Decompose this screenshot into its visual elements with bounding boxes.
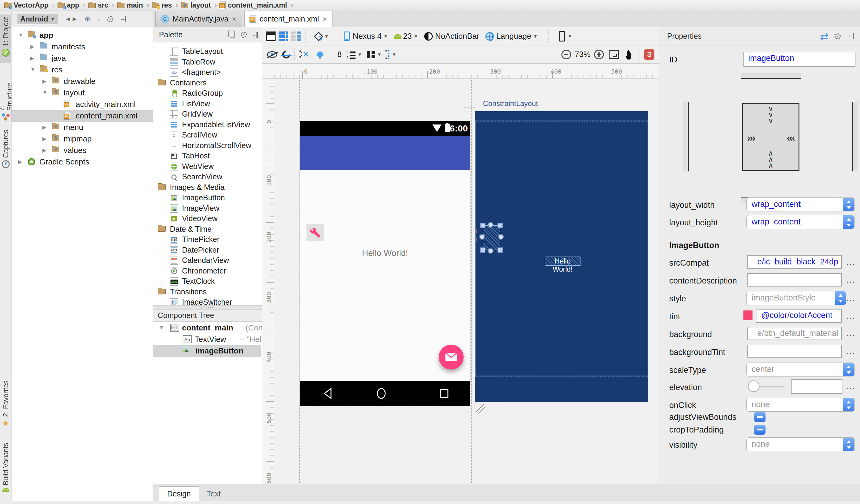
property-field-srccompat[interactable]: e/ic_build_black_24dp <box>747 255 842 269</box>
bottom-constraint-icon[interactable]: ∧∧∧ <box>743 150 799 169</box>
toggle-croptopadding[interactable] <box>754 424 765 435</box>
editor-tab-content-main-xml[interactable]: content_main.xml× <box>244 11 332 27</box>
more-button[interactable]: … <box>846 381 858 391</box>
image-button-widget[interactable] <box>306 224 324 241</box>
palette-item-tablerow[interactable]: TableRow <box>153 57 261 68</box>
more-button[interactable]: … <box>846 257 858 267</box>
palette-item-webview[interactable]: WebView <box>153 162 261 172</box>
project-tree-item-content-main-xml[interactable]: content_main.xml <box>12 110 153 122</box>
property-dropdown-layout-width[interactable]: wrap_content <box>746 198 855 212</box>
close-icon[interactable]: × <box>232 15 236 23</box>
expanded-arrow-icon[interactable]: ▼ <box>42 90 47 96</box>
blueprint-textview[interactable]: Hello World! <box>545 257 580 265</box>
blueprint-view-icon[interactable] <box>291 31 301 41</box>
more-button[interactable]: … <box>846 274 858 285</box>
palette-item-expandablelistview[interactable]: ExpandableListView <box>153 120 261 130</box>
selected-image-button[interactable] <box>483 225 500 250</box>
palette-item-images-media[interactable]: Images & Media <box>153 183 261 193</box>
palette-item-listview[interactable]: ListView <box>153 99 261 109</box>
palette-item-tabhost[interactable]: TabHost <box>153 151 261 161</box>
device-selector[interactable]: Nexus 4 <box>353 31 382 41</box>
palette-item-radiogroup[interactable]: RadioGroup <box>153 88 261 99</box>
expanded-arrow-icon[interactable]: ▼ <box>18 32 23 38</box>
close-icon[interactable]: × <box>322 15 327 23</box>
palette-item-searchview[interactable]: SearchView <box>153 172 261 182</box>
autoconnect-icon[interactable] <box>281 49 292 60</box>
project-tree-item-mipmap[interactable]: ▶mipmap <box>12 133 153 145</box>
more-button[interactable]: … <box>846 311 858 321</box>
palette-item-transitions[interactable]: Transitions <box>153 287 261 298</box>
constraint-widget-box[interactable]: ∨∨∨∧∧∧›››‹‹‹ <box>742 103 800 171</box>
guidelines-icon[interactable] <box>388 50 389 59</box>
design-blueprint-view-icon[interactable] <box>278 31 288 41</box>
palette-item-tablelayout[interactable]: TableLayout <box>153 47 261 57</box>
theme-selector[interactable]: NoActionBar <box>435 31 479 41</box>
home-icon[interactable] <box>376 388 386 399</box>
navigate-icon[interactable]: ◄► <box>65 15 78 23</box>
hide-panel-icon[interactable] <box>848 33 855 39</box>
more-button[interactable]: … <box>846 293 858 303</box>
margins-icon[interactable] <box>347 50 356 59</box>
expanded-arrow-icon[interactable]: ▼ <box>30 67 35 73</box>
color-swatch[interactable] <box>743 311 752 320</box>
palette-item-imagebutton[interactable]: ImageButton <box>153 193 261 203</box>
palette-item-date-time[interactable]: Date & Time <box>153 225 261 235</box>
infer-constraints-icon[interactable] <box>317 52 323 58</box>
zoom-out-icon[interactable] <box>561 50 571 59</box>
design-canvas[interactable]: 6:00 Hello World! ConstraintLayout <box>274 79 659 483</box>
collapsed-arrow-icon[interactable]: ▶ <box>42 147 46 154</box>
stepper-icon[interactable] <box>843 438 854 451</box>
property-field-backgroundtint[interactable] <box>747 345 842 358</box>
mode-tab-design[interactable]: Design <box>159 487 199 501</box>
stepper-icon[interactable] <box>843 398 854 412</box>
default-margin-value[interactable]: 8 <box>337 50 342 59</box>
property-dropdown-style[interactable]: imageButtonStyle <box>746 291 846 305</box>
recents-icon[interactable] <box>440 388 449 399</box>
locale-selector[interactable]: Language <box>496 31 531 41</box>
palette-item-timepicker[interactable]: 8:10TimePicker <box>153 235 261 245</box>
tool-window-tab-7-structure[interactable]: 7: Structure <box>0 75 12 120</box>
project-tree-item-gradle-scripts[interactable]: ▶Gradle Scripts <box>12 156 153 168</box>
floating-action-button[interactable] <box>439 345 463 370</box>
pan-icon[interactable] <box>624 48 635 61</box>
project-tree-item-app[interactable]: ▼app <box>12 30 153 41</box>
palette-item-horizontalscrollview[interactable]: ↔HorizontalScrollView <box>153 141 261 151</box>
api-level-selector[interactable]: 23 <box>403 31 412 41</box>
project-tree-item-values[interactable]: ▶values <box>12 145 153 156</box>
project-tree-item-drawable[interactable]: ▶drawable <box>12 76 153 87</box>
collapsed-arrow-icon[interactable]: ▶ <box>30 55 34 61</box>
project-tree-item-res[interactable]: ▼res <box>12 64 153 76</box>
resize-handle[interactable] <box>480 223 485 228</box>
panel-splitter[interactable] <box>153 305 262 309</box>
copy-icon[interactable] <box>230 32 235 38</box>
breadcrumb-item-content-main-xml[interactable]: content_main.xml› <box>220 0 296 11</box>
palette-item-scrollview[interactable]: ↕ScrollView <box>153 130 261 141</box>
design-view-icon[interactable] <box>266 31 275 41</box>
palette-item-imageview[interactable]: ImageView <box>153 203 261 214</box>
blueprint-preview[interactable]: li Hello World! <box>475 111 648 402</box>
expanded-arrow-icon[interactable]: ▼ <box>159 325 164 331</box>
resize-handle[interactable] <box>498 223 503 228</box>
breadcrumb-item-app[interactable]: app› <box>58 0 88 11</box>
design-preview[interactable]: 6:00 Hello World! <box>300 121 470 406</box>
gear-icon[interactable] <box>834 33 841 39</box>
constraint-anchor[interactable] <box>488 222 493 228</box>
stepper-icon[interactable] <box>843 363 854 376</box>
tool-window-tab-build-variants[interactable]: Build Variants <box>0 441 12 504</box>
elevation-slider-knob[interactable] <box>748 380 759 392</box>
palette-item-fragment[interactable]: <><fragment> <box>153 68 261 78</box>
property-dropdown-layout-height[interactable]: wrap_content <box>746 215 855 229</box>
property-dropdown-visibility[interactable]: none <box>746 437 855 451</box>
project-view-selector[interactable]: Android ▼ <box>17 14 58 24</box>
project-tree-item-java[interactable]: ▶java <box>12 53 153 64</box>
project-tree-item-menu[interactable]: ▶menu <box>12 122 153 133</box>
hello-world-text[interactable]: Hello World! <box>300 248 470 258</box>
swap-panel-icon[interactable]: ⇄ <box>820 30 829 42</box>
tool-window-tab-2-favorites[interactable]: 2: Favorites★ <box>0 378 12 430</box>
locate-icon[interactable]: ⊕ <box>85 15 90 23</box>
component-tree-item-imagebutton[interactable]: imageButton <box>153 345 261 357</box>
palette-item-videoview[interactable]: VideoView <box>153 214 261 224</box>
project-tree-item-layout[interactable]: ▼layout <box>12 87 153 99</box>
constraint-anchor[interactable] <box>488 248 493 254</box>
clear-constraints-icon[interactable]: ✕ <box>301 50 311 59</box>
